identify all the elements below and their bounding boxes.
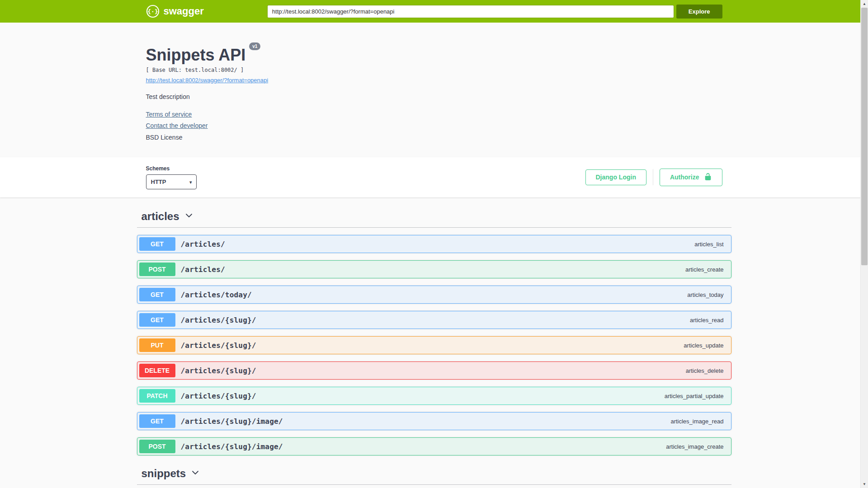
terms-of-service-link[interactable]: Terms of service [146,111,192,118]
chevron-down-icon [191,469,199,479]
version-badge: v1 [249,42,260,50]
swagger-brand-link[interactable]: {·} swagger [146,5,204,18]
authorize-button[interactable]: Authorize [660,169,722,187]
spec-url-input[interactable] [267,5,674,18]
scheme-container: Schemes HTTP ▾ Django Login Authorize [0,157,868,197]
django-login-button[interactable]: Django Login [585,169,646,185]
method-badge: POST [139,263,175,276]
info-links: Terms of service Contact the developer [146,107,722,129]
operation-id: articles_create [685,266,724,273]
operation-path: /articles/{slug}/image/ [181,442,283,451]
scrollbar-thumb[interactable] [861,8,868,265]
operation-id: articles_read [690,317,723,324]
api-title: Snippets API [146,46,246,64]
operation-path: /articles/ [181,265,225,274]
scroll-down-button[interactable]: ▼ [861,480,868,488]
scrollbar[interactable]: ▲ ▼ [860,0,868,488]
method-badge: DELETE [139,364,175,377]
operation-path: /articles/{slug}/ [181,341,256,350]
operation-id: articles_list [694,241,723,248]
auth-wrapper: Django Login Authorize [585,169,722,187]
contact-developer-link[interactable]: Contact the developer [146,122,208,129]
operation-path: /articles/{slug}/ [181,366,256,375]
base-url: [ Base URL: test.local:8002/ ] [146,67,722,73]
method-badge: GET [139,313,175,327]
method-badge: GET [139,237,175,251]
api-description: Test description [146,93,722,100]
operation-row[interactable]: PUT /articles/{slug}/ articles_update [137,336,731,354]
page-title: Snippets APIv1 [146,46,722,64]
spec-link[interactable]: http://test.local:8002/swagger/?format=o… [146,77,269,84]
operation-row[interactable]: GET /articles/ articles_list [137,235,731,253]
svg-text:{·}: {·} [147,8,158,15]
operation-row[interactable]: POST /articles/{slug}/image/ articles_im… [137,437,731,455]
operation-row[interactable]: GET /articles/today/ articles_today [137,286,731,304]
operation-row[interactable]: GET /articles/{slug}/image/ articles_ima… [137,412,731,430]
operation-id: articles_today [687,291,723,298]
chevron-down-icon [185,211,193,221]
tag-operations: GET /snippets/ snippets_list [137,485,731,488]
topbar-form: Explore [267,5,722,19]
scroll-up-button[interactable]: ▲ [861,0,868,8]
operation-row[interactable]: DELETE /articles/{slug}/ articles_delete [137,361,731,380]
tag-section-snippets: snippets GET /snippets/ snippets_list [137,463,731,488]
operation-row[interactable]: GET /articles/{slug}/ articles_read [137,311,731,329]
method-badge: GET [139,414,175,428]
tag-section-articles: articles GET /articles/ articles_list PO… [137,206,731,455]
operation-row[interactable]: PATCH /articles/{slug}/ articles_partial… [137,387,731,405]
method-badge: GET [139,288,175,301]
tag-name: snippets [142,467,186,480]
tag-header[interactable]: articles [137,206,731,228]
info-section: Snippets APIv1 [ Base URL: test.local:80… [0,23,868,157]
swagger-logo-icon: {·} [146,5,160,18]
operation-id: articles_image_create [666,443,723,450]
operation-id: articles_update [684,342,723,349]
operation-row[interactable]: POST /articles/ articles_create [137,260,731,278]
topbar: {·} swagger Explore [0,0,868,23]
schemes-block: Schemes HTTP ▾ [146,165,197,189]
operation-path: /articles/{slug}/image/ [181,417,283,426]
operation-id: articles_image_read [670,418,723,425]
method-badge: PATCH [139,389,175,403]
operation-id: articles_delete [686,367,724,374]
operation-path: /articles/{slug}/ [181,392,256,400]
operation-id: articles_partial_update [665,393,724,399]
tag-operations: GET /articles/ articles_list POST /artic… [137,228,731,455]
operations-list: articles GET /articles/ articles_list PO… [137,197,731,488]
method-badge: POST [139,440,175,453]
brand-label: swagger [164,5,204,17]
explore-button[interactable]: Explore [676,5,722,19]
operation-path: /articles/today/ [181,291,252,299]
schemes-label: Schemes [146,165,197,172]
operation-path: /articles/{slug}/ [181,316,256,324]
license-label: BSD License [146,134,722,141]
method-badge: PUT [139,338,175,352]
tag-name: articles [142,210,179,223]
auth-divider [653,169,653,185]
tag-header[interactable]: snippets [137,463,731,485]
unlock-icon [704,173,712,183]
scheme-select[interactable]: HTTP [146,174,197,189]
operation-path: /articles/ [181,240,225,249]
